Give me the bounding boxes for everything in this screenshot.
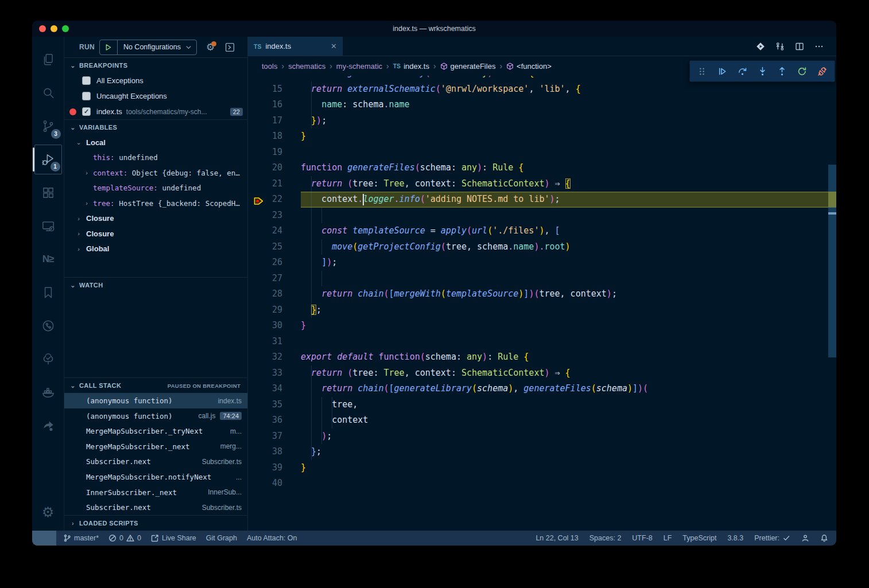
variables-section-header[interactable]: ⌄ VARIABLES — [64, 119, 247, 135]
line-gutter[interactable]: 27 — [248, 271, 301, 287]
line-gutter[interactable]: 38 — [248, 444, 301, 460]
code-line[interactable]: 16 name: schema.name — [248, 97, 836, 113]
breadcrumb-item[interactable]: tools — [262, 62, 277, 71]
code-line[interactable]: 37 ); — [248, 429, 836, 445]
line-gutter[interactable]: 19 — [248, 145, 301, 161]
code-line[interactable]: 33 return (tree: Tree, context: Schemati… — [248, 365, 836, 381]
activity-timeline-icon[interactable] — [34, 311, 62, 341]
code-line[interactable]: 34 return chain([generateLibrary(schema)… — [248, 381, 836, 397]
activity-settings-icon[interactable]: ⚙ — [34, 497, 62, 527]
activity-explorer-icon[interactable] — [34, 45, 62, 75]
code-line[interactable]: 36 context — [248, 412, 836, 429]
code-line[interactable]: 27 — [248, 271, 836, 287]
chevron-down-icon[interactable]: ⌄ — [75, 139, 83, 146]
status-live-share[interactable]: Live Share — [151, 534, 196, 542]
status-encoding[interactable]: UTF-8 — [632, 534, 652, 542]
code-line[interactable]: 35 tree, — [248, 397, 836, 413]
breakpoint-row[interactable]: Uncaught Exceptions — [64, 88, 247, 104]
code-line[interactable]: 40 — [248, 476, 836, 492]
code-line[interactable]: 30} — [248, 318, 836, 334]
line-gutter[interactable]: 33 — [248, 365, 301, 381]
activity-docker-icon[interactable] — [34, 377, 62, 407]
code-line[interactable]: 23 — [248, 208, 836, 224]
debug-settings-gear-icon[interactable]: ⚙ — [206, 42, 215, 52]
line-gutter[interactable]: 16 — [248, 97, 301, 113]
activity-search-icon[interactable] — [34, 78, 62, 108]
chevron-right-icon[interactable]: › — [75, 215, 83, 222]
line-gutter[interactable]: 14 — [248, 76, 301, 81]
code-line[interactable]: 31 — [248, 334, 836, 350]
call-stack-frame[interactable]: MergeMapSubscriber._tryNextm... — [64, 423, 247, 439]
status-remote-indicator[interactable] — [32, 531, 56, 546]
chevron-right-icon[interactable]: › — [83, 200, 91, 207]
chevron-down-icon[interactable] — [185, 44, 196, 50]
line-gutter[interactable]: 28 — [248, 286, 301, 302]
code-line[interactable]: 20function generateFiles(schema: any): R… — [248, 160, 836, 176]
line-gutter[interactable]: 40 — [248, 476, 301, 492]
breakpoint-checkbox[interactable] — [82, 92, 91, 100]
step-into-icon[interactable] — [755, 64, 770, 79]
editor-scrollbar[interactable] — [828, 76, 836, 531]
activity-testing-icon[interactable] — [34, 344, 62, 374]
status-eol[interactable]: LF — [664, 534, 672, 542]
breakpoints-section-header[interactable]: ⌄ BREAKPOINTS — [64, 57, 247, 73]
call-stack-frame[interactable]: Subscriber.nextSubscriber.ts — [64, 500, 247, 515]
code-line[interactable]: 17 }); — [248, 113, 836, 129]
status-feedback[interactable] — [801, 534, 809, 542]
compare-changes-icon[interactable] — [775, 42, 785, 51]
code-line[interactable]: 18} — [248, 128, 836, 145]
status-git-graph[interactable]: Git Graph — [206, 534, 237, 542]
line-gutter[interactable]: 26 — [248, 255, 301, 271]
code-line[interactable]: 29 }; — [248, 302, 836, 318]
split-editor-icon[interactable] — [795, 42, 804, 51]
status-auto-attach[interactable]: Auto Attach: On — [247, 534, 297, 542]
call-stack-frame[interactable]: InnerSubscriber._nextInnerSub... — [64, 485, 247, 500]
tab-index-ts[interactable]: TS index.ts ✕ — [248, 37, 343, 56]
code-line[interactable]: 15 return externalSchematic('@nrwl/works… — [248, 81, 836, 98]
call-stack-section-header[interactable]: ⌄ CALL STACK PAUSED ON BREAKPOINT — [64, 377, 247, 393]
line-gutter[interactable]: 25 — [248, 239, 301, 255]
activity-extensions-icon[interactable] — [34, 178, 62, 208]
status-notifications[interactable] — [820, 534, 828, 542]
call-stack-frame[interactable]: MergeMapSubscriber.notifyNext... — [64, 469, 247, 485]
status-language-mode[interactable]: TypeScript — [682, 534, 716, 542]
continue-icon[interactable] — [715, 64, 730, 79]
close-tab-icon[interactable]: ✕ — [331, 42, 337, 50]
variable-scope-row[interactable]: ›Closure — [64, 211, 247, 227]
line-gutter[interactable]: 15 — [248, 81, 301, 98]
more-actions-icon[interactable] — [814, 42, 824, 51]
line-gutter[interactable]: 34 — [248, 381, 301, 397]
variable-scope-row[interactable]: ›Global — [64, 242, 247, 257]
line-gutter[interactable]: 29 — [248, 302, 301, 318]
code-line[interactable]: 21 return (tree: Tree, context: Schemati… — [248, 176, 836, 192]
code-line[interactable]: 24 const templateSource = apply(url('./f… — [248, 223, 836, 239]
breadcrumb-item[interactable]: TSindex.ts — [393, 62, 429, 71]
breakpoint-checkbox[interactable]: ✓ — [82, 107, 91, 116]
breakpoint-checkbox[interactable] — [82, 76, 91, 85]
open-changes-icon[interactable] — [756, 42, 765, 51]
step-out-icon[interactable] — [775, 64, 790, 79]
activity-nx-console-icon[interactable]: N≥ — [34, 244, 62, 274]
variable-row[interactable]: this: undefined — [64, 150, 247, 166]
line-gutter[interactable]: 39 — [248, 460, 301, 476]
line-gutter[interactable]: 36 — [248, 412, 301, 429]
code-line[interactable]: 38 }; — [248, 444, 836, 460]
zoom-window-button[interactable] — [62, 25, 69, 32]
status-git-branch[interactable]: master* — [63, 534, 99, 542]
line-gutter[interactable]: 35 — [248, 397, 301, 413]
status-indentation[interactable]: Spaces: 2 — [589, 534, 622, 542]
launch-config-label[interactable]: No Configurations — [118, 43, 185, 51]
debug-console-panel-icon[interactable] — [225, 42, 235, 52]
restart-icon[interactable] — [795, 64, 810, 79]
start-debug-icon[interactable] — [100, 40, 118, 54]
variable-row[interactable]: ›tree: HostTree {_backend: ScopedH… — [64, 196, 247, 211]
variable-scope-row[interactable]: ⌄Local — [64, 135, 247, 150]
call-stack-frame[interactable]: (anonymous function)call.js74:24 — [64, 408, 247, 424]
call-stack-frame[interactable]: MergeMapSubscriber._nextmerg... — [64, 439, 247, 454]
line-gutter[interactable]: 37 — [248, 429, 301, 445]
call-stack-frame[interactable]: Subscriber.nextSubscriber.ts — [64, 454, 247, 470]
line-gutter[interactable]: 24 — [248, 223, 301, 239]
call-stack-frame[interactable]: (anonymous function)index.ts — [64, 393, 247, 408]
breakpoint-row[interactable]: All Exceptions — [64, 73, 247, 88]
code-line[interactable]: 32export default function(schema: any): … — [248, 349, 836, 365]
